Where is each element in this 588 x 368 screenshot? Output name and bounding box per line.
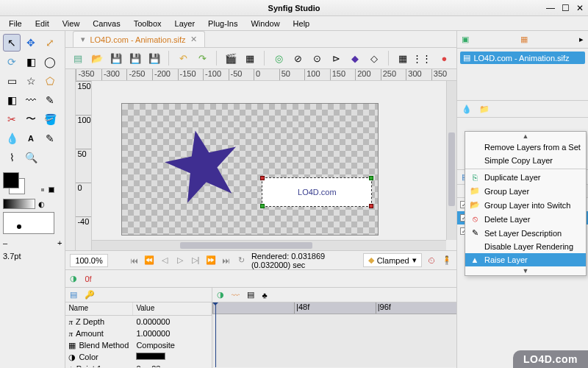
tab-close-icon[interactable]: ✕ [190, 35, 197, 44]
render-button[interactable]: 🎬 [223, 50, 239, 66]
params-col-name[interactable]: Name [65, 302, 133, 315]
rectangle-tool[interactable]: ▭ [3, 72, 21, 90]
ctx-duplicate-layer[interactable]: ⎘Duplicate Layer [465, 171, 586, 184]
resize-handle-br[interactable] [369, 204, 373, 208]
dash-plus-icon[interactable]: + [57, 238, 62, 247]
dash-minus-icon[interactable]: – [3, 238, 7, 247]
duck-vertex-button[interactable]: ◇ [366, 50, 382, 66]
dropdown-icon[interactable]: ▾ [81, 35, 85, 44]
save-as-button[interactable]: 💾 [127, 50, 143, 66]
animate-puppet-icon[interactable]: 🧍 [442, 254, 453, 267]
interpolation-selector[interactable]: ◆ Clamped ▾ [363, 253, 422, 267]
gradient-preview[interactable] [3, 199, 35, 209]
menu-help[interactable]: Help [287, 18, 316, 29]
menu-layer[interactable]: Layer [169, 18, 201, 29]
keyframe-button-a[interactable]: ⏲ [426, 254, 437, 267]
ctx-delete-layer[interactable]: ⦸Delete Layer [465, 212, 586, 226]
save-all-button[interactable]: 💾 [146, 50, 162, 66]
canvas-browser-item[interactable]: ▤ LO4D.com - Animation.sifz [460, 52, 585, 64]
seek-next-frame-button[interactable]: ▷| [190, 254, 201, 267]
seek-prev-frame-button[interactable]: ◁ [159, 254, 171, 267]
preview-button[interactable]: ▦ [242, 50, 258, 66]
smooth-move-tool[interactable]: ✥ [22, 34, 40, 52]
future-keyframe-button[interactable]: ⊳ [328, 50, 344, 66]
play-button[interactable]: ▷ [175, 254, 186, 267]
resize-handle-bl[interactable] [260, 204, 265, 208]
color-swatches[interactable] [3, 172, 62, 194]
timetrack-tab-icon[interactable]: ◑ [217, 290, 224, 300]
params-col-value[interactable]: Value [133, 302, 212, 315]
duck-position-button[interactable]: ◆ [347, 50, 363, 66]
vertical-scrollbar[interactable] [446, 81, 456, 240]
mirror-tool[interactable]: ◧ [22, 53, 40, 71]
star-tool[interactable]: ☆ [22, 72, 40, 90]
param-row[interactable]: ◑Color [65, 351, 212, 363]
eyedrop-tool[interactable]: 💧 [3, 130, 21, 147]
keyframe-lock-button[interactable]: ⊘ [290, 50, 306, 66]
star-layer-shape[interactable] [162, 126, 243, 207]
gradient-reverse-icon[interactable]: ◐ [38, 200, 45, 208]
ctx-raise-layer[interactable]: ▲Raise Layer [465, 253, 586, 266]
animate-mode-button[interactable]: ⊙ [309, 50, 325, 66]
new-file-button[interactable]: ▤ [70, 50, 86, 66]
document-tab[interactable]: ▾ LO4D.com - Animation.sifz ✕ [73, 31, 204, 47]
library-folder-icon[interactable]: 📁 [479, 105, 490, 114]
children-tab-icon[interactable]: ♣ [262, 291, 267, 300]
info-tab-icon[interactable]: ▸ [579, 35, 584, 44]
zoom-tool[interactable]: 🔍 [22, 149, 40, 166]
swap-colors-icon[interactable] [41, 188, 44, 191]
ctx-group-layer[interactable]: 📁Group Layer [465, 184, 586, 198]
horizontal-scrollbar[interactable] [92, 240, 446, 250]
fill-tool[interactable]: 🪣 [41, 110, 59, 128]
sketch-tool[interactable]: ✎ [41, 130, 59, 147]
param-row[interactable]: +Point 10px,23px [65, 363, 212, 367]
menu-toolbox[interactable]: Toolbox [128, 18, 168, 29]
save-button[interactable]: 💾 [108, 50, 124, 66]
param-row[interactable]: πAmount1.000000 [65, 328, 212, 339]
ctx-simple-copy[interactable]: Simple Copy Layer [465, 154, 586, 167]
seek-end-button[interactable]: ⏭ [220, 254, 232, 267]
canvas-viewport[interactable]: LO4D.com [92, 81, 446, 240]
snap-grid-button[interactable]: ⋮⋮ [414, 50, 430, 66]
circle-tool[interactable]: ◯ [41, 53, 59, 71]
draw-tool[interactable]: ✎ [41, 91, 59, 109]
menu-window[interactable]: Window [245, 18, 285, 29]
menu-file[interactable]: File [3, 18, 28, 29]
transform-tool[interactable]: ↖ [3, 34, 21, 52]
params-tab-icon[interactable]: ▤ [70, 290, 77, 300]
time-input[interactable]: 0f [85, 275, 91, 283]
gradient-tool[interactable]: ◧ [3, 91, 21, 109]
menu-view[interactable]: View [57, 18, 86, 29]
palette-tab-icon[interactable]: ▦ [520, 35, 528, 44]
param-row[interactable]: πZ Depth0.000000 [65, 316, 212, 328]
ctx-set-description[interactable]: ✎Set Layer Description [465, 226, 586, 240]
onion-skin-button[interactable]: ◎ [270, 50, 287, 66]
redo-button[interactable]: ↷ [194, 50, 210, 66]
polygon-tool[interactable]: ⬠ [41, 72, 59, 90]
param-row[interactable]: ▦Blend MethodComposite [65, 339, 212, 351]
seek-begin-button[interactable]: ⏮ [129, 254, 140, 267]
open-file-button[interactable]: 📂 [89, 50, 105, 66]
seek-prev-kf-button[interactable]: ⏪ [144, 254, 155, 267]
record-button[interactable]: ● [436, 50, 452, 66]
params-tab-key-icon[interactable]: 🔑 [85, 290, 95, 300]
ctx-disable-rendering[interactable]: Disable Layer Rendering [465, 240, 586, 253]
resize-handle-tr[interactable] [369, 176, 373, 180]
show-grid-button[interactable]: ▦ [395, 50, 411, 66]
zoom-input[interactable]: 100.0% [70, 254, 107, 267]
resize-handle-tl[interactable] [260, 176, 265, 180]
text-tool[interactable]: A [22, 130, 40, 147]
minimize-button[interactable]: — [547, 4, 554, 12]
text-layer-box[interactable]: LO4D.com [262, 177, 372, 207]
library-droplet-icon[interactable]: 💧 [462, 105, 472, 114]
menu-plugins[interactable]: Plug-Ins [202, 18, 243, 29]
menu-scroll-down-icon[interactable]: ▼ [465, 266, 586, 275]
cutout-tool[interactable]: ✂ [3, 110, 21, 128]
timeline-ruler[interactable]: |48f |96f [212, 302, 456, 314]
menu-canvas[interactable]: Canvas [87, 18, 126, 29]
nav-tab-icon[interactable]: ▣ [462, 35, 469, 44]
ctx-group-switch[interactable]: 📂Group Layer into Switch [465, 198, 586, 212]
width-tool[interactable]: 〜 [22, 110, 40, 128]
menu-scroll-up-icon[interactable]: ▲ [465, 132, 586, 141]
maximize-button[interactable]: ☐ [562, 4, 569, 12]
